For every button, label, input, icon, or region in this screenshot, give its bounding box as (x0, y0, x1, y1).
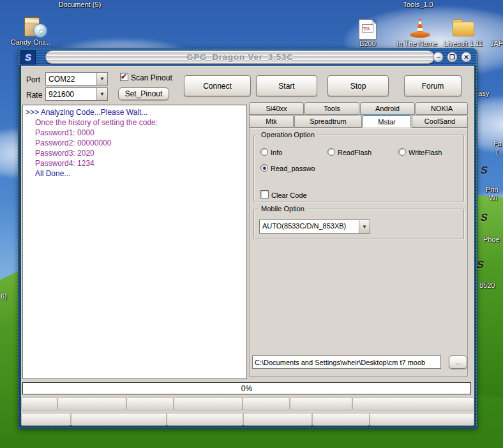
set-pinout-button[interactable]: Set_Pinout (118, 87, 169, 100)
desktop-icon-candy-label[interactable]: Candy-Cru... (5, 38, 56, 46)
status-panel (71, 413, 167, 426)
clear-code-label: Clear Code (271, 191, 307, 199)
log-line: Once the history of setting the code: (26, 117, 244, 128)
tab-nokia[interactable]: NOKIA (416, 102, 468, 115)
edge-label-prin[interactable]: Prin (486, 186, 499, 193)
progress-percent: 0% (241, 384, 252, 393)
file-preview-icon (362, 24, 373, 33)
readflash-radio-label: ReadFlash (338, 149, 372, 156)
chevron-down-icon[interactable]: ▼ (96, 73, 107, 85)
tab-mtk[interactable]: Mtk (249, 115, 294, 128)
desktop-icon-tools10-label[interactable]: Tools_1.0 (393, 1, 444, 8)
log-line: Password1: 0000 (26, 128, 244, 138)
scan-pinout-label: Scan Pinout (131, 73, 172, 82)
titlebar[interactable]: S GPG_Dragon Ver_3.53C – ❒ ✕ (19, 49, 477, 66)
connect-button[interactable]: Connect (184, 75, 251, 96)
desktop-icon-jaf-label[interactable]: JAF (490, 40, 503, 47)
port-value: COM22 (46, 73, 96, 85)
port-combobox[interactable]: COM22 ▼ (45, 72, 108, 86)
log-line: Password4: 1234 (26, 158, 244, 168)
info-radio-label: Info (271, 149, 282, 156)
log-line: Password3: 2020 (26, 148, 244, 158)
operation-option-title: Operation Option (259, 131, 317, 138)
chevron-down-icon[interactable]: ▼ (96, 88, 107, 100)
edge-label-fa[interactable]: Fa (493, 140, 502, 147)
desktop-icon-b200-label[interactable]: B200 (349, 40, 387, 47)
tab-android[interactable]: Android (360, 102, 415, 115)
log-line: Password2: 00000000 (26, 138, 244, 148)
mobile-model-value: AUTO(8533C/D/N_853XB) (260, 220, 359, 233)
rate-label: Rate (26, 91, 42, 100)
status-panel (21, 413, 71, 426)
status-panel (243, 398, 290, 410)
browse-button[interactable]: ... (449, 355, 467, 369)
writeflash-radio[interactable] (398, 148, 406, 156)
stop-button[interactable]: Stop (327, 75, 389, 96)
desktop-icon-livesuit-label[interactable]: Livesuit 1.11 (437, 40, 490, 47)
port-label: Port (26, 75, 40, 84)
livesuit-folder-icon[interactable] (453, 19, 474, 37)
status-panel (370, 413, 474, 426)
status-panel (21, 398, 57, 410)
tab-si40xx[interactable]: Si40xx (249, 102, 304, 115)
window-title: GPG_Dragon Ver_3.53C (186, 52, 293, 62)
log-output[interactable]: >>> Analyzing Code...Please Wait... Once… (22, 105, 247, 379)
maximize-button[interactable]: ❒ (447, 52, 458, 63)
desktop-icon-inthename-label[interactable]: In The Name (391, 40, 443, 47)
edge-label-wi[interactable]: Wi (489, 194, 497, 202)
desktop-icon-document5-label[interactable]: Document (5) (54, 1, 105, 8)
status-row (21, 398, 474, 410)
close-button[interactable]: ✕ (461, 52, 472, 63)
log-line: >>> Analyzing Code...Please Wait... (26, 107, 244, 117)
tab-tools[interactable]: Tools (304, 102, 359, 115)
edge-label-8520[interactable]: 8520 (479, 281, 495, 289)
scan-pinout-checkbox[interactable] (120, 73, 128, 81)
mobile-model-dropdown[interactable]: AUTO(8533C/D/N_853XB) ▼ (259, 220, 370, 234)
mobile-option-title: Mobile Option (259, 205, 306, 213)
forum-button[interactable]: Forum (404, 75, 462, 96)
b200-file-icon[interactable] (359, 19, 377, 40)
rate-value: 921600 (46, 88, 96, 100)
tab-coolsand[interactable]: CoolSand (412, 115, 468, 128)
status-panel (126, 398, 174, 410)
status-panel (167, 413, 243, 426)
cone-base-icon (410, 32, 430, 38)
gpg-dragon-window: S GPG_Dragon Ver_3.53C – ❒ ✕ Port COM22 … (18, 48, 477, 429)
info-radio[interactable] (260, 148, 268, 156)
progress-bar: 0% (22, 382, 471, 394)
vlc-cone-icon[interactable] (409, 17, 432, 40)
start-button[interactable]: Start (256, 75, 317, 96)
candy-crush-installer-icon[interactable] (23, 16, 47, 39)
edge-label-paren[interactable]: ( (496, 148, 499, 156)
status-panel (352, 398, 474, 410)
installer-cd-icon (33, 24, 47, 38)
mstar-tab-page: Operation Option Info ReadFlash WriteFla… (249, 128, 468, 377)
status-panel (290, 398, 352, 410)
status-panel (312, 413, 370, 426)
log-line: All Done... (26, 168, 244, 179)
read-password-radio[interactable] (260, 164, 268, 172)
client-area: Port COM22 ▼ Rate 921600 ▼ Scan Pinout S… (21, 66, 474, 425)
operation-option-groupbox: Operation Option Info ReadFlash WriteFla… (253, 135, 464, 202)
status-panel (243, 413, 312, 426)
clear-code-checkbox[interactable] (260, 190, 269, 198)
read-password-radio-label: Read_passwo (271, 165, 315, 172)
status-panel (57, 398, 126, 410)
file-path-input[interactable]: C:\Documents and Settings\wheir\Desktop\… (252, 355, 441, 369)
chevron-down-icon[interactable]: ▼ (359, 220, 370, 233)
minimize-button[interactable]: – (433, 52, 444, 63)
writeflash-radio-label: WriteFlash (409, 149, 442, 156)
title-capsule: GPG_Dragon Ver_3.53C (45, 50, 435, 64)
edge-label-phoe[interactable]: Phoe (483, 235, 500, 243)
status-panel (174, 398, 243, 410)
folder-body-icon (453, 22, 474, 36)
rate-combobox[interactable]: 921600 ▼ (45, 87, 108, 101)
edge-label-6paren[interactable]: 6) (1, 292, 7, 300)
mobile-option-groupbox: Mobile Option AUTO(8533C/D/N_853XB) ▼ (253, 209, 464, 239)
app-logo-icon: S (20, 50, 36, 64)
tab-spreadtrum[interactable]: Spreadtrum (294, 115, 362, 128)
tab-strip: Si40xx Tools Android NOKIA Mtk Spreadtru… (249, 102, 468, 128)
status-row (21, 413, 474, 426)
tab-mstar[interactable]: Mstar (363, 115, 411, 128)
readflash-radio[interactable] (327, 148, 335, 156)
